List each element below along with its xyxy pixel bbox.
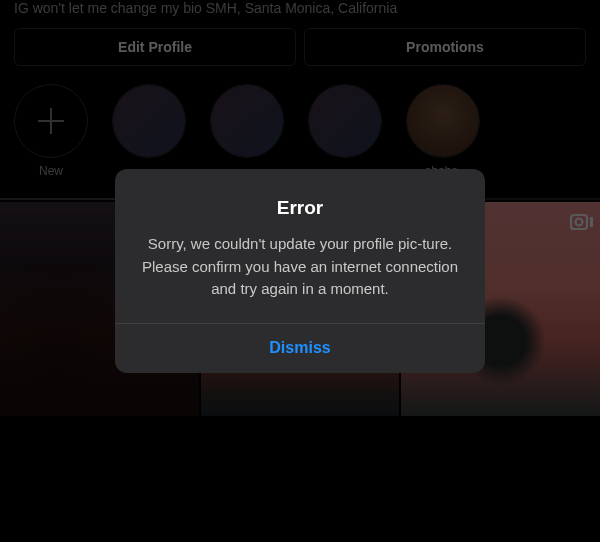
dialog-message: Sorry, we couldn't update your profile p… [141,233,459,301]
dialog-body: Error Sorry, we couldn't update your pro… [115,169,485,323]
dismiss-button[interactable]: Dismiss [115,324,485,373]
dismiss-label: Dismiss [269,339,330,356]
error-dialog: Error Sorry, we couldn't update your pro… [115,169,485,373]
dialog-title: Error [141,197,459,219]
dialog-footer: Dismiss [115,323,485,373]
modal-overlay: Error Sorry, we couldn't update your pro… [0,0,600,542]
